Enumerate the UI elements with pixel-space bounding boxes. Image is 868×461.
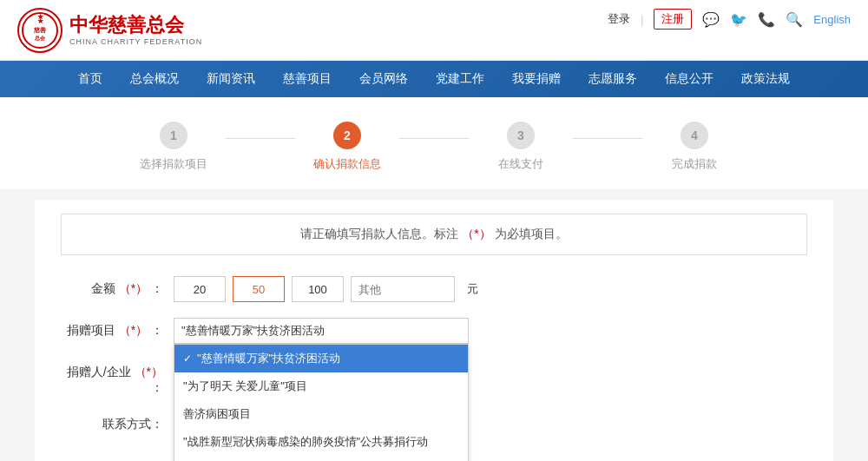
nav-home[interactable]: 首页 <box>64 61 116 97</box>
language-switcher[interactable]: English <box>813 13 851 26</box>
step-line-2 <box>399 138 469 139</box>
top-right-actions: 登录 | 注册 💬 🐦 📞 🔍 English <box>608 9 851 30</box>
header: ★ 慈善 总会 中华慈善总会 CHINA CHARITY FEDERATION … <box>0 0 868 61</box>
project-option-4-text: "战胜新型冠状病毒感染的肺炎疫情"公共募捐行动 <box>183 434 428 450</box>
step-3-container: 3 在线支付 <box>469 122 642 172</box>
notice-star: （*） <box>462 227 490 240</box>
project-dropdown[interactable]: "慈善情暖万家"扶贫济困活动 ✓ "慈善情暖万家"扶贫济困活动 "为了明天 关爱… <box>174 318 469 344</box>
logo-chinese-text: 中华慈善总会 <box>69 14 202 36</box>
step-4-label: 完成捐款 <box>672 156 717 172</box>
step-2: 2 确认捐款信息 <box>295 122 399 172</box>
logo-area: ★ 慈善 总会 中华慈善总会 CHINA CHARITY FEDERATION <box>17 8 208 53</box>
svg-text:★: ★ <box>37 17 44 25</box>
step-4-circle: 4 <box>681 122 708 149</box>
contact-label-text: 联系方式： <box>102 417 163 431</box>
step-4-container: 4 完成捐款 <box>642 122 746 172</box>
nav-volunteer[interactable]: 志愿服务 <box>575 61 651 97</box>
project-option-4[interactable]: "战胜新型冠状病毒感染的肺炎疫情"公共募捐行动 <box>174 428 468 456</box>
project-dropdown-menu: ✓ "慈善情暖万家"扶贫济困活动 "为了明天 关爱儿童"项目 善济病困项目 "战… <box>174 344 469 461</box>
logo-icon: ★ 慈善 总会 <box>17 8 62 53</box>
project-option-3-text: 善济病困项目 <box>183 406 251 422</box>
notice-text: 请正确填写捐款人信息。标注 <box>300 227 458 240</box>
project-selected-text: "慈善情暖万家"扶贫济困活动 <box>181 323 325 339</box>
project-row: 捐赠项目 （*） ： "慈善情暖万家"扶贫济困活动 ✓ "慈善情暖万家"扶贫济困… <box>61 318 807 344</box>
donor-colon: ： <box>151 380 163 394</box>
project-label: 捐赠项目 （*） ： <box>61 318 174 339</box>
step-2-label: 确认捐款信息 <box>313 156 381 172</box>
nav-projects[interactable]: 慈善项目 <box>269 61 345 97</box>
amount-other-input[interactable] <box>351 276 455 302</box>
step-2-circle: 2 <box>333 122 361 149</box>
step-line-1 <box>226 138 295 139</box>
form-area: 请正确填写捐款人信息。标注 （*） 为必填项目。 金额 （*） ： 20 50 … <box>35 200 833 461</box>
step-3-circle: 3 <box>507 122 535 149</box>
phone-icon[interactable]: 📞 <box>758 11 775 28</box>
wechat-icon[interactable]: 💬 <box>702 11 720 28</box>
weibo-icon[interactable]: 🐦 <box>730 11 747 28</box>
project-label-text: 捐赠项目 <box>67 323 115 337</box>
register-link[interactable]: 注册 <box>654 9 692 30</box>
nav-policy[interactable]: 政策法规 <box>727 61 804 97</box>
project-colon: ： <box>151 323 163 337</box>
notice-box: 请正确填写捐款人信息。标注 （*） 为必填项目。 <box>61 214 807 255</box>
step-2-container: 2 确认捐款信息 <box>295 122 469 172</box>
step-1-circle: 1 <box>160 122 187 149</box>
project-option-5[interactable]: 中华慈善总会新苗困境儿童救助项目 <box>174 456 468 461</box>
amount-label-text: 金额 <box>91 281 115 295</box>
nav-party[interactable]: 党建工作 <box>422 61 498 97</box>
contact-label: 联系方式： <box>61 412 174 432</box>
svg-text:总会: 总会 <box>34 35 46 41</box>
svg-text:慈善: 慈善 <box>33 26 46 34</box>
search-icon[interactable]: 🔍 <box>786 11 803 28</box>
step-3-label: 在线支付 <box>498 156 543 172</box>
amount-20-button[interactable]: 20 <box>174 276 226 302</box>
amount-row: 金额 （*） ： 20 50 100 元 <box>61 276 807 302</box>
project-option-2[interactable]: "为了明天 关爱儿童"项目 <box>174 372 468 400</box>
amount-group: 20 50 100 元 <box>174 276 478 302</box>
donor-label-text: 捐赠人/企业 <box>67 365 131 379</box>
amount-colon: ： <box>151 281 163 295</box>
donor-label: 捐赠人/企业 （*） ： <box>61 359 174 396</box>
donor-star: （*） <box>135 365 163 379</box>
project-option-1[interactable]: ✓ "慈善情暖万家"扶贫济困活动 <box>174 345 468 372</box>
nav-info[interactable]: 信息公开 <box>651 61 727 97</box>
step-1: 1 选择捐款项目 <box>122 122 226 172</box>
step-1-label: 选择捐款项目 <box>140 156 207 172</box>
notice-text-2: 为必填项目。 <box>495 227 568 240</box>
step-line-3 <box>573 138 642 139</box>
project-option-1-text: "慈善情暖万家"扶贫济困活动 <box>197 351 340 366</box>
nav-about[interactable]: 总会概况 <box>116 61 193 97</box>
amount-unit: 元 <box>462 281 478 297</box>
nav-members[interactable]: 会员网络 <box>345 61 422 97</box>
login-link[interactable]: 登录 <box>608 11 630 27</box>
project-option-2-text: "为了明天 关爱儿童"项目 <box>183 379 307 394</box>
nav-donate[interactable]: 我要捐赠 <box>498 61 575 97</box>
nav-news[interactable]: 新闻资讯 <box>193 61 269 97</box>
project-selected-value[interactable]: "慈善情暖万家"扶贫济困活动 <box>174 318 469 344</box>
project-star: （*） <box>119 323 148 337</box>
divider: | <box>641 13 643 26</box>
logo-text: 中华慈善总会 CHINA CHARITY FEDERATION <box>69 14 202 45</box>
amount-label: 金额 （*） ： <box>61 276 174 297</box>
amount-100-button[interactable]: 100 <box>292 276 344 302</box>
amount-star: （*） <box>119 281 148 295</box>
steps-container: 1 选择捐款项目 2 确认捐款信息 3 在线支付 4 完成捐款 <box>0 97 868 189</box>
project-option-3[interactable]: 善济病困项目 <box>174 400 468 428</box>
step-4: 4 完成捐款 <box>642 122 746 172</box>
check-icon: ✓ <box>183 352 192 365</box>
logo-english-text: CHINA CHARITY FEDERATION <box>69 37 202 46</box>
amount-50-button[interactable]: 50 <box>233 276 285 302</box>
main-nav: 首页 总会概况 新闻资讯 慈善项目 会员网络 党建工作 我要捐赠 志愿服务 信息… <box>0 61 868 97</box>
step-3: 3 在线支付 <box>469 122 573 172</box>
step-1-container: 1 选择捐款项目 <box>122 122 295 172</box>
